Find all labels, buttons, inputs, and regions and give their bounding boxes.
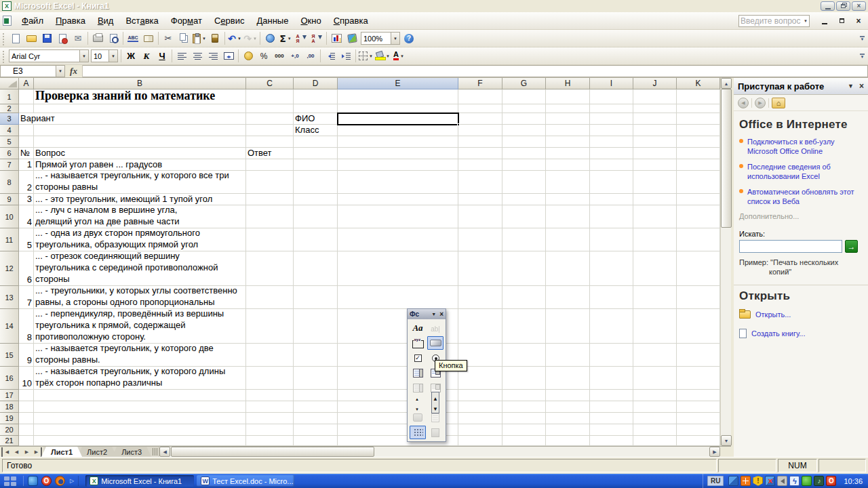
- cell-H6[interactable]: [546, 148, 590, 159]
- drawing-button[interactable]: [344, 31, 359, 45]
- cell-H14[interactable]: [546, 309, 590, 344]
- cell-F19[interactable]: [458, 413, 502, 424]
- cell-B5[interactable]: [34, 136, 246, 148]
- cell-K19[interactable]: [677, 413, 720, 424]
- select-all-corner[interactable]: [0, 78, 19, 89]
- row-header-17[interactable]: 17: [0, 390, 19, 401]
- cell-B10[interactable]: ... - луч с началом в вершине угла,делящ…: [34, 205, 246, 228]
- comma-style-button[interactable]: 000: [272, 49, 287, 63]
- cell-D3[interactable]: ФИО: [294, 113, 338, 125]
- cell-A1[interactable]: [19, 89, 34, 104]
- cell-F13[interactable]: [458, 286, 502, 309]
- window-close-button[interactable]: ×: [852, 1, 866, 11]
- cell-J5[interactable]: [633, 136, 677, 148]
- cell-D18[interactable]: [294, 401, 338, 413]
- cell-I7[interactable]: [590, 159, 633, 171]
- list-box-button[interactable]: [410, 366, 426, 380]
- cell-I18[interactable]: [590, 401, 633, 413]
- vertical-scrollbar[interactable]: ▲ ▼: [720, 78, 731, 446]
- cell-D15[interactable]: [294, 344, 338, 367]
- merge-center-button[interactable]: [221, 49, 236, 63]
- cell-G2[interactable]: [502, 104, 546, 113]
- cell-A17[interactable]: [19, 390, 34, 401]
- cell-E4[interactable]: [338, 125, 458, 136]
- cell-H4[interactable]: [546, 125, 590, 136]
- cell-J14[interactable]: [633, 309, 677, 344]
- cell-C4[interactable]: [246, 125, 294, 136]
- cell-I1[interactable]: [590, 89, 633, 104]
- cell-E2[interactable]: [338, 104, 458, 113]
- row-header-5[interactable]: 5: [0, 136, 19, 148]
- cell-H13[interactable]: [546, 286, 590, 309]
- cell-D7[interactable]: [294, 159, 338, 171]
- opera-icon[interactable]: O: [41, 476, 52, 486]
- cell-F1[interactable]: [458, 89, 502, 104]
- cell-E9[interactable]: [338, 194, 458, 205]
- cell-G17[interactable]: [502, 390, 546, 401]
- cell-K16[interactable]: [677, 367, 720, 390]
- scroll-down-icon[interactable]: ▼: [721, 435, 732, 446]
- row-header-8[interactable]: 8: [0, 171, 19, 194]
- cell-C19[interactable]: [246, 413, 294, 424]
- cell-B11[interactable]: ... - одна из двух сторон прямоугольного…: [34, 228, 246, 251]
- task-pane-dropdown-icon[interactable]: ▼: [848, 83, 854, 89]
- cell-B8[interactable]: ... - называется треугольник, у которого…: [34, 171, 246, 194]
- cell-A10[interactable]: 4: [19, 205, 34, 228]
- cell-E6[interactable]: [338, 148, 458, 159]
- next-sheet-button[interactable]: ▶: [22, 447, 32, 457]
- cell-A19[interactable]: [19, 413, 34, 424]
- cell-A7[interactable]: 1: [19, 159, 34, 171]
- cell-F7[interactable]: [458, 159, 502, 171]
- row-header-15[interactable]: 15: [0, 344, 19, 367]
- chevron-down-icon[interactable]: ▼: [369, 54, 373, 58]
- row-header-3[interactable]: 3: [0, 113, 19, 125]
- cell-G14[interactable]: [502, 309, 546, 344]
- cell-I11[interactable]: [590, 228, 633, 251]
- col-header-B[interactable]: B: [34, 78, 246, 89]
- cell-E5[interactable]: [338, 136, 458, 148]
- forward-icon[interactable]: ▶: [755, 98, 766, 108]
- menu-item-tools[interactable]: Сервис: [208, 13, 251, 28]
- cell-J10[interactable]: [633, 205, 677, 228]
- cell-I21[interactable]: [590, 436, 633, 446]
- cell-E12[interactable]: [338, 251, 458, 286]
- home-icon[interactable]: ⌂: [772, 98, 785, 108]
- toggle-grid-button[interactable]: [410, 426, 426, 439]
- row-header-12[interactable]: 12: [0, 251, 19, 286]
- horizontal-scroll-thumb[interactable]: [171, 447, 374, 457]
- col-header-E[interactable]: E: [338, 78, 458, 89]
- row-header-16[interactable]: 16: [0, 367, 19, 390]
- cell-B16[interactable]: ... - называется треугольник, у которого…: [34, 367, 246, 390]
- cell-D6[interactable]: [294, 148, 338, 159]
- cell-C8[interactable]: [246, 171, 294, 194]
- cell-A20[interactable]: [19, 424, 34, 436]
- cell-C13[interactable]: [246, 286, 294, 309]
- row-header-6[interactable]: 6: [0, 148, 19, 159]
- cell-J6[interactable]: [633, 148, 677, 159]
- cell-K11[interactable]: [677, 228, 720, 251]
- network-offline-tray-icon[interactable]: ×: [765, 476, 775, 486]
- increase-decimal-button[interactable]: +,0: [288, 49, 302, 63]
- network-tray-icon[interactable]: [728, 476, 738, 486]
- cell-C20[interactable]: [246, 424, 294, 436]
- button-button[interactable]: [427, 336, 443, 350]
- cell-I20[interactable]: [590, 424, 633, 436]
- cell-B12[interactable]: ... - отрезок соединяющий вершинутреугол…: [34, 251, 246, 286]
- cell-J20[interactable]: [633, 424, 677, 436]
- cell-I9[interactable]: [590, 194, 633, 205]
- cell-J1[interactable]: [633, 89, 677, 104]
- save-button[interactable]: [39, 31, 54, 45]
- row-header-1[interactable]: 1: [0, 89, 19, 104]
- cell-H11[interactable]: [546, 228, 590, 251]
- cell-I17[interactable]: [590, 390, 633, 401]
- cell-K5[interactable]: [677, 136, 720, 148]
- decrease-decimal-button[interactable]: ,00: [303, 49, 318, 63]
- format-painter-button[interactable]: [208, 31, 222, 45]
- cell-F6[interactable]: [458, 148, 502, 159]
- cell-H20[interactable]: [546, 424, 590, 436]
- chart-wizard-button[interactable]: [329, 31, 344, 45]
- open-button[interactable]: [24, 31, 39, 45]
- cell-H5[interactable]: [546, 136, 590, 148]
- insert-function-button[interactable]: fx: [65, 65, 83, 77]
- cell-B14[interactable]: ... - перпендикуляр, проведённый из верш…: [34, 309, 246, 344]
